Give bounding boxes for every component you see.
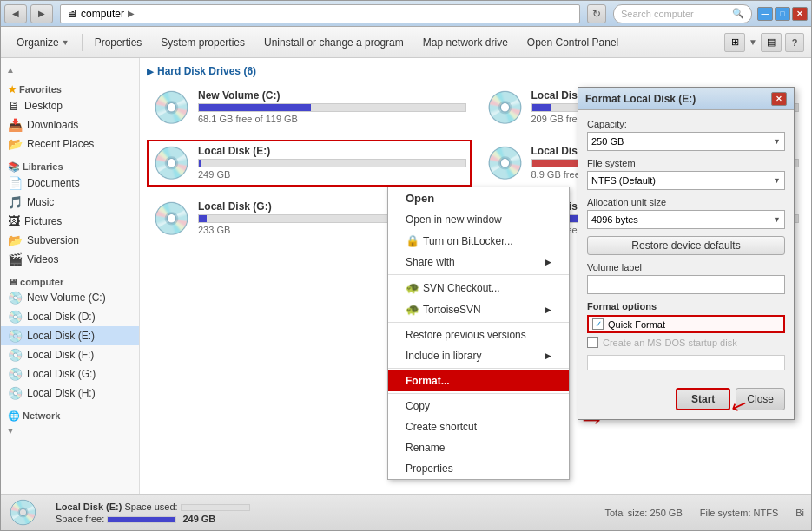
capacity-field: Capacity: 250 GB ▼ xyxy=(587,119,785,151)
msdos-checkbox[interactable]: ✓ xyxy=(587,337,598,348)
open-control-panel-button[interactable]: Open Control Panel xyxy=(518,33,627,52)
system-properties-button[interactable]: System properties xyxy=(152,33,254,52)
ctx-svn-checkout-content: 🐢 SVN Checkout... xyxy=(406,281,500,294)
pictures-icon: 🖼 xyxy=(8,214,20,228)
ctx-item-svn-checkout[interactable]: 🐢 SVN Checkout... xyxy=(388,277,569,298)
sidebar-item-pictures[interactable]: 🖼 Pictures xyxy=(1,212,139,231)
context-menu: Open Open in new window 🔒 Turn on BitLoc… xyxy=(387,187,570,480)
sidebar-item-f[interactable]: 💿 Local Disk (F:) xyxy=(1,345,139,364)
search-bar[interactable]: Search computer 🔍 xyxy=(613,4,752,23)
sidebar-item-d[interactable]: 💿 Local Disk (D:) xyxy=(1,307,139,326)
start-button[interactable]: Start xyxy=(676,388,730,410)
volume-label-input[interactable] xyxy=(587,275,785,294)
disk-g-bar xyxy=(199,215,207,222)
star-icon: ★ xyxy=(8,84,17,95)
uninstall-button[interactable]: Uninstall or change a program xyxy=(255,33,413,52)
sidebar-item-music[interactable]: 🎵 Music xyxy=(1,193,139,212)
ctx-bitlocker-content: 🔒 Turn on BitLocker... xyxy=(406,234,513,247)
disk-item-c[interactable]: 💿 New Volume (C:) 68.1 GB free of 119 GB xyxy=(147,84,472,131)
ctx-item-create-shortcut[interactable]: Create shortcut xyxy=(388,416,569,437)
dialog-close-btn[interactable]: Close xyxy=(736,388,785,410)
ctx-item-copy[interactable]: Copy xyxy=(388,396,569,416)
ctx-item-rename[interactable]: Rename xyxy=(388,437,569,458)
ctx-item-tortoisesvn[interactable]: 🐢 TortoiseSVN ▶ xyxy=(388,298,569,320)
sidebar-item-subversion[interactable]: 📂 Subversion xyxy=(1,231,139,250)
view-toggle-button[interactable]: ⊞ xyxy=(724,33,745,52)
view-arrow[interactable]: ▼ xyxy=(749,37,757,47)
sidebar-scroll-up[interactable]: ▲ xyxy=(1,62,139,76)
forward-button[interactable]: ▶ xyxy=(30,4,53,23)
ctx-tortoisesvn-content: 🐢 TortoiseSVN xyxy=(406,303,481,316)
disk-g-icon: 💿 xyxy=(152,200,191,237)
sidebar-section-network: 🌐 Network xyxy=(1,408,139,423)
quick-format-label: Quick Format xyxy=(608,319,665,330)
capacity-select[interactable]: 250 GB ▼ xyxy=(587,132,785,151)
search-icon: 🔍 xyxy=(732,8,744,19)
map-network-button[interactable]: Map network drive xyxy=(414,33,517,52)
sidebar-item-desktop[interactable]: 🖥 Desktop xyxy=(1,96,139,115)
ctx-sep-1 xyxy=(388,274,569,275)
disk-item-e[interactable]: 💿 Local Disk (E:) 249 GB xyxy=(147,140,472,187)
minimize-button[interactable]: — xyxy=(757,7,773,21)
sidebar-item-recent-places[interactable]: 📂 Recent Places xyxy=(1,134,139,154)
disk-f-icon: 💿 xyxy=(485,145,525,181)
sidebar-item-e[interactable]: 💿 Local Disk (E:) xyxy=(1,326,139,345)
disk-d-icon: 💿 xyxy=(485,89,525,126)
sidebar-item-documents[interactable]: 📄 Documents xyxy=(1,174,139,193)
quick-format-row[interactable]: ✓ Quick Format xyxy=(587,315,785,333)
format-dialog: Format Local Disk (E:) ✕ Capacity: 250 G… xyxy=(578,87,795,420)
restore-defaults-button[interactable]: Restore device defaults xyxy=(587,236,785,255)
ctx-include-content: Include in library xyxy=(406,350,481,362)
sidebar-item-videos[interactable]: 🎬 Videos xyxy=(1,250,139,269)
ctx-open-content: Open xyxy=(406,192,434,205)
ctx-svn-arrow: ▶ xyxy=(545,305,551,314)
dialog-title-bar: Format Local Disk (E:) ✕ xyxy=(578,88,794,110)
ctx-open-new-window-content: Open in new window xyxy=(406,213,502,226)
quick-format-checkbox[interactable]: ✓ xyxy=(592,318,604,330)
videos-icon: 🎬 xyxy=(8,252,23,266)
svn-icon: 🐢 xyxy=(406,281,419,294)
downloads-icon: 📥 xyxy=(8,118,23,132)
dialog-close-button[interactable]: ✕ xyxy=(771,92,787,106)
ctx-item-bitlocker[interactable]: 🔒 Turn on BitLocker... xyxy=(388,230,569,252)
organize-button[interactable]: Organize ▼ xyxy=(8,33,78,52)
sidebar-item-downloads[interactable]: 📥 Downloads xyxy=(1,115,139,134)
disk-e-size: 249 GB xyxy=(198,169,466,180)
sidebar-item-c[interactable]: 💿 New Volume (C:) xyxy=(1,288,139,307)
filesystem-field: File system NTFS (Default) ▼ xyxy=(587,158,785,190)
status-space-used-label: Space used: xyxy=(124,502,180,512)
ctx-item-share[interactable]: Share with ▶ xyxy=(388,252,569,272)
disk-e-info: Local Disk (E:) 249 GB xyxy=(198,145,466,180)
maximize-button[interactable]: □ xyxy=(775,7,790,21)
refresh-button[interactable]: ↻ xyxy=(587,4,606,23)
ctx-item-restore-prev[interactable]: Restore previous versions xyxy=(388,324,569,345)
ctx-item-open[interactable]: Open xyxy=(388,187,569,209)
toolbar-right: ⊞ ▼ ▤ ? xyxy=(724,33,804,52)
help-button[interactable]: ? xyxy=(785,33,804,52)
properties-button[interactable]: Properties xyxy=(86,33,151,52)
msdos-row: ✓ Create an MS-DOS startup disk xyxy=(587,337,785,348)
ctx-item-properties[interactable]: Properties xyxy=(388,458,569,479)
close-button[interactable]: ✕ xyxy=(792,7,808,21)
capacity-select-arrow: ▼ xyxy=(773,137,781,146)
sidebar-item-h[interactable]: 💿 Local Disk (H:) xyxy=(1,384,139,403)
back-button[interactable]: ◀ xyxy=(4,4,27,23)
ctx-item-open-new-window[interactable]: Open in new window xyxy=(388,209,569,230)
status-filesystem: File system: NTFS xyxy=(700,508,778,518)
disk-c-info: New Volume (C:) 68.1 GB free of 119 GB xyxy=(198,89,466,124)
sidebar-item-g[interactable]: 💿 Local Disk (G:) xyxy=(1,364,139,384)
filesystem-select[interactable]: NTFS (Default) ▼ xyxy=(587,171,785,190)
sidebar-scroll-down[interactable]: ▼ xyxy=(1,423,139,437)
ctx-rename-content: Rename xyxy=(406,442,445,454)
preview-button[interactable]: ▤ xyxy=(761,33,782,52)
allocation-select[interactable]: 4096 bytes ▼ xyxy=(587,210,785,229)
address-bar[interactable]: 🖥 computer ▶ xyxy=(60,4,580,23)
allocation-select-arrow: ▼ xyxy=(773,215,781,224)
ctx-item-format[interactable]: Format... xyxy=(388,370,569,391)
status-space-free: Space free: 249 GB xyxy=(56,514,250,524)
ctx-item-include-library[interactable]: Include in library ▶ xyxy=(388,345,569,366)
bitlocker-icon: 🔒 xyxy=(406,234,419,247)
sidebar-section-favorites: ★ Favorites xyxy=(1,82,139,96)
dialog-title-text: Format Local Disk (E:) xyxy=(585,93,696,105)
dialog-body: Capacity: 250 GB ▼ File system NTFS (Def… xyxy=(578,110,794,384)
